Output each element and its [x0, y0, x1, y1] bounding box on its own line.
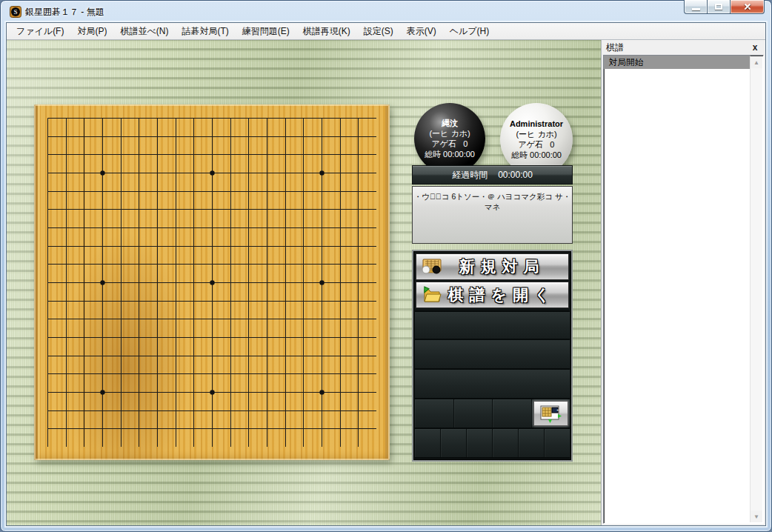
black-captures: アゲ石 0 [432, 139, 468, 149]
empty-slot [493, 399, 532, 428]
bottom-slot-row [415, 429, 570, 459]
kifu-close-icon[interactable]: x [749, 42, 761, 53]
window-controls [684, 0, 765, 14]
maximize-icon [715, 4, 722, 10]
new-game-button[interactable]: 新規対局 [416, 253, 569, 280]
svg-text:+: + [556, 408, 559, 412]
menu-item[interactable]: ファイル(F) [10, 23, 70, 40]
kifu-scrollbar[interactable]: ▲ ▼ [750, 56, 762, 522]
kifu-move-list[interactable]: 対局開始 ▲ ▼ [603, 55, 764, 524]
star-point [210, 280, 214, 285]
black-total-time: 総時 00:00:00 [425, 149, 475, 159]
minimize-icon [692, 8, 700, 10]
message-text: ・ウ・ﾟコ 6トソー・＠ ハヨコマク彩コ サ・マネ [414, 192, 571, 211]
tool-slot-row: + [415, 399, 570, 429]
black-player-sub: (ーヒ カホ) [429, 128, 470, 139]
maximize-button[interactable] [707, 0, 730, 14]
board-transfer-slot: + [532, 399, 570, 428]
empty-slot [519, 429, 545, 457]
action-panel: 新規対局 棋譜を開く [412, 250, 573, 462]
goban-icon [416, 257, 446, 276]
menu-item[interactable]: ヘルプ(H) [443, 23, 496, 40]
new-game-label: 新規対局 [446, 256, 568, 277]
empty-slot [441, 429, 467, 457]
kifu-panel: 棋譜 x 対局開始 ▲ ▼ [601, 40, 765, 525]
minimize-button[interactable] [684, 0, 707, 14]
empty-slot-row [415, 340, 570, 370]
star-point [100, 170, 104, 175]
elapsed-time-bar: 経過時間 00:00:00 [412, 165, 573, 184]
window-title: 銀星囲碁１７ - 無題 [25, 6, 104, 19]
go-board[interactable] [34, 104, 390, 460]
app-window: S 銀星囲碁１７ - 無題 ファイル(F)対局(P)棋譜並べ(N)詰碁対局(T)… [0, 0, 772, 532]
white-player-sub: (ーヒ カホ) [516, 129, 556, 139]
board-transfer-button[interactable]: + [533, 401, 569, 426]
empty-slot [454, 399, 493, 428]
menu-item[interactable]: 詰碁対局(T) [175, 23, 235, 40]
menu-item[interactable]: 棋譜再現(K) [296, 23, 357, 40]
playfield: 縄汶 (ーヒ カホ) アゲ石 0 総時 00:00:00 Administrat… [7, 40, 601, 525]
scroll-down-icon[interactable]: ▼ [751, 511, 762, 522]
kifu-list-item[interactable]: 対局開始 [604, 56, 751, 69]
empty-slot [467, 429, 493, 457]
empty-slot [415, 429, 441, 457]
kifu-panel-header: 棋譜 x [602, 40, 765, 55]
white-player-name: Administrator [510, 119, 563, 129]
star-point [210, 170, 214, 175]
board-transfer-icon: + [539, 404, 562, 423]
empty-slot-row [415, 310, 570, 340]
kifu-items: 対局開始 [604, 56, 763, 69]
star-point [100, 390, 104, 394]
star-point [319, 280, 324, 285]
svg-text:S: S [13, 8, 17, 16]
black-player-name: 縄汶 [442, 118, 458, 128]
star-point [100, 280, 104, 285]
elapsed-value: 00:00:00 [498, 170, 533, 180]
menu-item[interactable]: 棋譜並べ(N) [113, 23, 175, 40]
empty-slot [415, 399, 454, 428]
white-total-time: 総時 00:00:00 [511, 150, 562, 160]
star-point [210, 390, 214, 394]
menu-bar: ファイル(F)対局(P)棋譜並べ(N)詰碁対局(T)練習問題(E)棋譜再現(K)… [7, 23, 765, 40]
client-area: ファイル(F)対局(P)棋譜並べ(N)詰碁対局(T)練習問題(E)棋譜再現(K)… [7, 23, 765, 525]
menu-item[interactable]: 設定(S) [357, 23, 400, 40]
content: 縄汶 (ーヒ カホ) アゲ石 0 総時 00:00:00 Administrat… [7, 40, 765, 525]
menu-item[interactable]: 練習問題(E) [236, 23, 296, 40]
black-player-info: 縄汶 (ーヒ カホ) アゲ石 0 総時 00:00:00 [414, 103, 485, 174]
white-captures: アゲ石 0 [519, 139, 555, 150]
star-point [319, 390, 324, 394]
elapsed-label: 経過時間 [452, 169, 488, 182]
open-record-button[interactable]: 棋譜を開く [416, 282, 569, 308]
star-point [319, 170, 324, 175]
menu-item[interactable]: 表示(V) [400, 23, 443, 40]
kifu-panel-title: 棋譜 [606, 41, 749, 54]
titlebar: S 銀星囲碁１７ - 無題 [1, 1, 771, 23]
open-record-label: 棋譜を開く [446, 285, 568, 305]
board-grid [47, 118, 376, 447]
folder-open-icon [416, 285, 446, 305]
scroll-up-icon[interactable]: ▲ [751, 56, 762, 68]
close-button[interactable] [730, 0, 765, 14]
menu-item[interactable]: 対局(P) [70, 23, 113, 40]
empty-slot-row [415, 370, 570, 399]
empty-slot [493, 429, 519, 457]
close-icon [743, 2, 752, 11]
app-icon: S [10, 6, 21, 18]
message-box: ・ウ・ﾟコ 6トソー・＠ ハヨコマク彩コ サ・マネ [412, 186, 573, 244]
empty-slot [545, 429, 570, 457]
